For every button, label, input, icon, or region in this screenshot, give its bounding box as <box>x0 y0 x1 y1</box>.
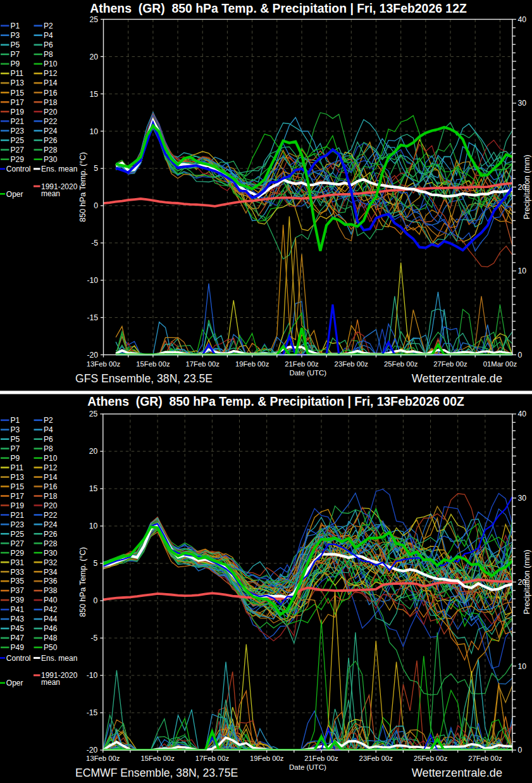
svg-text:P10: P10 <box>44 454 58 463</box>
svg-text:10: 10 <box>89 522 98 530</box>
svg-text:40: 40 <box>518 410 527 418</box>
svg-text:850 hPa Temp. (°C): 850 hPa Temp. (°C) <box>78 547 87 617</box>
svg-text:-10: -10 <box>87 276 98 285</box>
svg-text:P22: P22 <box>44 117 58 126</box>
svg-text:-15: -15 <box>87 313 98 322</box>
svg-text:19Feb 00z: 19Feb 00z <box>235 360 269 368</box>
svg-text:P14: P14 <box>44 78 58 87</box>
svg-text:P25: P25 <box>11 136 25 145</box>
svg-text:27Feb 00z: 27Feb 00z <box>433 360 467 368</box>
svg-text:Wetterzentrale.de: Wetterzentrale.de <box>412 767 502 779</box>
svg-text:P19: P19 <box>11 501 25 510</box>
svg-text:P23: P23 <box>11 520 25 529</box>
svg-text:Precipitation (mm): Precipitation (mm) <box>523 549 531 614</box>
svg-text:P20: P20 <box>44 501 58 510</box>
svg-text:0: 0 <box>94 596 98 605</box>
svg-text:0: 0 <box>518 351 523 360</box>
svg-text:P9: P9 <box>11 454 20 463</box>
svg-text:P43: P43 <box>11 615 25 623</box>
svg-text:P1: P1 <box>11 416 20 425</box>
svg-text:P14: P14 <box>44 473 58 482</box>
svg-text:P13: P13 <box>11 78 25 87</box>
svg-text:P6: P6 <box>44 41 53 49</box>
svg-text:GFS Ensemble, 38N, 23.5E: GFS Ensemble, 38N, 23.5E <box>75 372 213 385</box>
svg-text:Ens. mean: Ens. mean <box>41 165 77 173</box>
svg-text:P28: P28 <box>44 539 58 548</box>
svg-text:P30: P30 <box>44 549 58 558</box>
svg-text:P50: P50 <box>44 643 58 652</box>
svg-text:P26: P26 <box>44 530 58 539</box>
svg-text:P21: P21 <box>11 117 25 126</box>
svg-text:P27: P27 <box>11 146 25 154</box>
svg-text:P23: P23 <box>11 127 25 135</box>
svg-text:10: 10 <box>518 662 527 671</box>
svg-text:P22: P22 <box>44 511 58 520</box>
svg-text:P26: P26 <box>44 136 58 145</box>
svg-text:P1: P1 <box>11 22 20 30</box>
svg-text:P16: P16 <box>44 89 58 97</box>
svg-text:P8: P8 <box>44 50 53 59</box>
svg-text:P19: P19 <box>11 108 25 116</box>
svg-text:P17: P17 <box>11 98 25 107</box>
svg-text:10: 10 <box>518 266 527 275</box>
svg-text:Wetterzentrale.de: Wetterzentrale.de <box>412 372 502 385</box>
svg-text:23Feb 00z: 23Feb 00z <box>335 360 369 368</box>
svg-text:Ens. mean: Ens. mean <box>41 654 77 663</box>
svg-text:P37: P37 <box>11 586 25 595</box>
svg-text:P32: P32 <box>44 558 58 567</box>
svg-text:P17: P17 <box>11 492 25 501</box>
svg-text:25Feb 00z: 25Feb 00z <box>414 755 448 762</box>
svg-text:-20: -20 <box>87 351 98 360</box>
svg-text:-10: -10 <box>87 671 98 680</box>
svg-text:P18: P18 <box>44 492 58 501</box>
svg-text:Athens (GR) 850 hPa Temp. &: Athens (GR) 850 hPa Temp. & Precipitatio… <box>90 1 467 15</box>
svg-text:P28: P28 <box>44 146 58 154</box>
svg-text:mean: mean <box>41 189 60 198</box>
svg-text:P47: P47 <box>11 634 25 642</box>
svg-text:25: 25 <box>89 15 98 24</box>
svg-text:21Feb 00z: 21Feb 00z <box>304 755 338 762</box>
svg-text:30: 30 <box>518 494 527 503</box>
svg-text:P21: P21 <box>11 511 25 520</box>
svg-text:15: 15 <box>89 90 98 99</box>
svg-text:27Feb 00z: 27Feb 00z <box>468 755 502 762</box>
svg-text:40: 40 <box>518 15 527 24</box>
svg-text:P25: P25 <box>11 530 25 539</box>
svg-text:P39: P39 <box>11 596 25 604</box>
svg-text:P4: P4 <box>44 425 53 434</box>
svg-text:mean: mean <box>41 678 60 687</box>
svg-text:P20: P20 <box>44 108 58 116</box>
svg-text:P11: P11 <box>11 463 24 472</box>
svg-text:P8: P8 <box>44 444 53 453</box>
svg-text:P3: P3 <box>11 31 20 40</box>
svg-text:Oper: Oper <box>6 679 23 687</box>
svg-text:P15: P15 <box>11 89 25 97</box>
svg-text:P27: P27 <box>11 539 25 548</box>
svg-text:P49: P49 <box>11 643 25 652</box>
svg-text:P6: P6 <box>44 435 53 444</box>
svg-text:17Feb 00z: 17Feb 00z <box>195 755 230 762</box>
svg-text:P13: P13 <box>11 473 25 482</box>
svg-text:25: 25 <box>89 410 98 418</box>
svg-text:20: 20 <box>89 53 98 61</box>
svg-text:13Feb 00z: 13Feb 00z <box>86 755 120 762</box>
svg-text:P5: P5 <box>11 435 20 444</box>
svg-text:25Feb 00z: 25Feb 00z <box>384 360 418 368</box>
svg-text:15Feb 00z: 15Feb 00z <box>136 360 170 368</box>
svg-text:0: 0 <box>94 201 98 210</box>
svg-text:Control: Control <box>6 654 31 663</box>
svg-text:5: 5 <box>94 559 98 568</box>
svg-text:-15: -15 <box>87 708 98 717</box>
svg-text:P31: P31 <box>11 558 25 567</box>
svg-text:P24: P24 <box>44 520 58 529</box>
svg-text:P38: P38 <box>44 586 58 595</box>
svg-text:30: 30 <box>518 99 527 108</box>
svg-text:-20: -20 <box>87 746 98 755</box>
svg-text:-5: -5 <box>91 239 98 247</box>
svg-text:5: 5 <box>94 164 98 173</box>
svg-text:P18: P18 <box>44 98 58 107</box>
svg-text:P15: P15 <box>11 482 25 491</box>
svg-text:Control: Control <box>6 165 31 173</box>
svg-text:P12: P12 <box>44 463 58 472</box>
svg-text:17Feb 00z: 17Feb 00z <box>186 360 220 368</box>
